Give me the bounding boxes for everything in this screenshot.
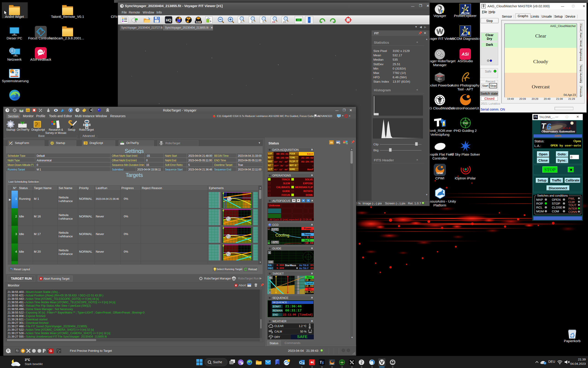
- svg-text:200: 200: [283, 21, 286, 23]
- svg-text:PHD: PHD: [341, 362, 343, 363]
- svg-text:50: 50: [251, 21, 254, 23]
- svg-text:ASi: ASi: [461, 52, 469, 56]
- svg-text:ASCO: ASCO: [461, 34, 467, 36]
- svg-text:75: 75: [262, 21, 265, 23]
- svg-text:HQ: HQ: [166, 18, 171, 22]
- svg-text:Power: Power: [436, 74, 443, 77]
- svg-text:CPWI: CPWI: [330, 363, 334, 365]
- svg-text:100: 100: [272, 21, 275, 23]
- svg-text:Box: Box: [438, 78, 442, 80]
- svg-text:RAW: RAW: [196, 21, 201, 23]
- svg-text:PHD: PHD: [463, 122, 468, 124]
- svg-text:2: 2: [468, 119, 470, 121]
- svg-text:CPWI: CPWI: [436, 172, 443, 175]
- svg-text:25: 25: [240, 21, 243, 23]
- svg-text:6: 6: [322, 361, 324, 365]
- svg-text:Observatory Automation: Observatory Automation: [541, 129, 575, 133]
- svg-text:T: T: [541, 121, 547, 130]
- svg-text:R.O.R.: R.O.R.: [563, 126, 571, 130]
